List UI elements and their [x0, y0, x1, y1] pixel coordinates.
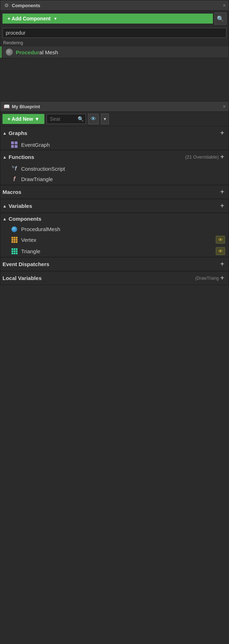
add-component-button[interactable]: + Add Component ▼ [3, 14, 213, 24]
vertex-eye-icon: 👁 [218, 237, 223, 243]
triangle-visibility-toggle[interactable]: 👁 [216, 247, 225, 255]
proc-mesh-circle-icon [11, 226, 17, 232]
components-category-label: Rendering [0, 39, 229, 46]
eventgraph-icon [10, 141, 18, 148]
local-variables-suffix: (DrawTriang [195, 276, 219, 281]
eventgraph-item[interactable]: EventGraph [0, 140, 229, 150]
drawtriangle-item[interactable]: f DrawTriangle [0, 174, 229, 185]
macros-section-header[interactable]: Macros + [0, 185, 229, 199]
blueprint-panel-header: 📖 My Blueprint × [0, 101, 229, 112]
graphs-add-button[interactable]: + [219, 129, 226, 137]
eye-icon: 👁 [91, 116, 96, 122]
functions-collapse-arrow: ▲ [3, 155, 7, 160]
functions-add-button[interactable]: + [219, 153, 226, 161]
components-panel-title: Components [12, 3, 221, 8]
result-highlight: Procedur [16, 49, 39, 55]
functions-section-title: Functions [9, 154, 183, 160]
vertex-visibility-toggle[interactable]: 👁 [216, 236, 225, 244]
blueprint-dropdown-button[interactable]: ▼ [101, 114, 109, 124]
triangle-label: Triangle [21, 248, 213, 254]
drawtriangle-func-icon: f [13, 175, 15, 183]
blueprint-panel: 📖 My Blueprint × + Add New ▼ 🔍 👁 ▼ ▲ Gra… [0, 101, 229, 285]
triangle-icon [10, 248, 18, 254]
components-result-item[interactable]: Procedural Mesh [0, 46, 229, 58]
constructionscript-item[interactable]: ↻f ConstructionScript [0, 164, 229, 174]
proceduralmesh-item[interactable]: ProceduralMesh [0, 224, 229, 234]
local-variables-section-header[interactable]: Local Variables (DrawTriang + [0, 271, 229, 285]
drawtriangle-icon: f [10, 175, 18, 183]
components-toolbar: + Add Component ▼ 🔍 [0, 11, 229, 26]
components-search-button[interactable]: 🔍 [214, 13, 226, 25]
graphs-collapse-arrow: ▲ [3, 131, 7, 136]
vertex-item[interactable]: Vertex 👁 [0, 234, 229, 245]
components-panel-icon: ⚙ [3, 2, 10, 9]
blueprint-search-input[interactable] [47, 114, 86, 124]
variables-collapse-arrow: ▲ [3, 204, 7, 209]
components-search-row [0, 26, 229, 39]
search-icon: 🔍 [217, 15, 224, 22]
blueprint-panel-icon: 📖 [3, 103, 10, 110]
result-item-text: Procedural Mesh [16, 49, 58, 55]
event-dispatchers-section-title: Event Dispatchers [3, 261, 219, 267]
blueprint-search-wrapper: 🔍 [47, 114, 86, 124]
drawtriangle-label: DrawTriangle [21, 176, 225, 182]
constructionscript-func-icon: ↻f [12, 165, 16, 172]
components-panel: ⚙ Components × + Add Component ▼ 🔍 Rende… [0, 0, 229, 58]
constructionscript-label: ConstructionScript [21, 166, 225, 172]
event-dispatchers-add-button[interactable]: + [219, 260, 226, 268]
variables-section-title: Variables [9, 203, 219, 209]
bp-components-section-title: Components [9, 216, 226, 222]
blueprint-toolbar: + Add New ▼ 🔍 👁 ▼ [0, 112, 229, 126]
triangle-grid-icon [11, 248, 18, 254]
add-new-button[interactable]: + Add New ▼ [3, 114, 44, 124]
add-component-arrow: ▼ [53, 16, 57, 21]
event-dispatchers-section-header[interactable]: Event Dispatchers + [0, 257, 229, 271]
variables-add-button[interactable]: + [219, 202, 226, 210]
variables-section-header[interactable]: ▲ Variables + [0, 199, 229, 213]
result-suffix: al Mesh [39, 49, 58, 55]
graphs-section-title: Graphs [9, 130, 219, 136]
local-variables-add-button[interactable]: + [219, 274, 226, 282]
graphs-section-header[interactable]: ▲ Graphs + [0, 126, 229, 140]
blueprint-panel-title: My Blueprint [12, 104, 221, 109]
components-panel-close[interactable]: × [223, 3, 226, 8]
bp-components-section-header[interactable]: ▲ Components [0, 213, 229, 224]
proceduralmesh-label: ProceduralMesh [21, 226, 225, 232]
constructionscript-arrow-icon: ↻ [12, 165, 15, 169]
dropdown-arrow-icon: ▼ [103, 117, 107, 121]
vertex-label: Vertex [21, 237, 213, 243]
vertex-grid-icon [11, 237, 18, 243]
add-new-label: + Add New [8, 116, 33, 122]
local-variables-section-title: Local Variables [3, 275, 194, 281]
proceduralmesh-icon [10, 226, 18, 232]
components-panel-header: ⚙ Components × [0, 0, 229, 11]
eventgraph-grid-icon [11, 141, 18, 148]
eventgraph-label: EventGraph [21, 142, 225, 148]
add-new-arrow: ▼ [34, 116, 39, 122]
triangle-item[interactable]: Triangle 👁 [0, 245, 229, 257]
macros-section-title: Macros [3, 189, 219, 195]
macros-add-button[interactable]: + [219, 188, 226, 196]
blueprint-eye-button[interactable]: 👁 [88, 114, 99, 124]
components-search-input[interactable] [3, 28, 226, 38]
add-component-label: + Add Component [8, 16, 50, 21]
functions-section-sub: (21 Overridable) [185, 154, 219, 160]
panel-spacer [0, 58, 229, 101]
triangle-eye-icon: 👁 [218, 249, 223, 254]
result-item-icon [6, 49, 13, 56]
constructionscript-icon: ↻f [10, 165, 18, 172]
vertex-icon [10, 237, 18, 243]
bp-components-collapse-arrow: ▲ [3, 216, 7, 221]
blueprint-panel-close[interactable]: × [223, 104, 226, 109]
functions-section-header[interactable]: ▲ Functions (21 Overridable) + [0, 150, 229, 164]
